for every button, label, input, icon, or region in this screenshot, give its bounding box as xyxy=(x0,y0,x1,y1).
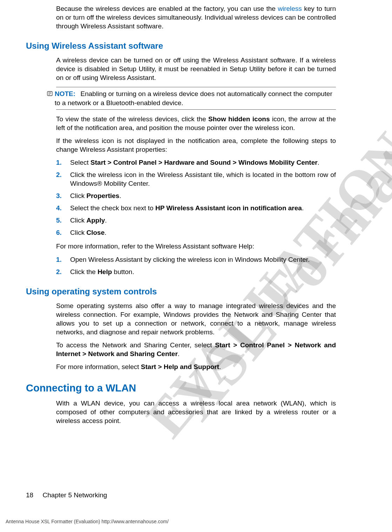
text: Select the check box next to xyxy=(70,204,155,212)
list-item: 2. Click the Help button. xyxy=(56,267,336,276)
list-item: 2. Click the wireless icon in the Wirele… xyxy=(56,170,336,188)
list-number: 1. xyxy=(56,255,70,264)
note-label: NOTE: xyxy=(55,90,75,97)
ordered-list: 1. Open Wireless Assistant by clicking t… xyxy=(56,255,336,276)
paragraph: With a WLAN device, you can access a wir… xyxy=(56,399,336,425)
text: Select xyxy=(70,159,90,166)
intro-paragraph: Because the wireless devices are enabled… xyxy=(56,4,336,30)
list-item: 3. Click Properties. xyxy=(56,191,336,200)
text: . xyxy=(178,350,180,357)
text: Click the xyxy=(70,268,97,275)
paragraph: To view the state of the wireless device… xyxy=(56,115,336,132)
paragraph: If the wireless icon is not displayed in… xyxy=(56,136,336,154)
list-number: 3. xyxy=(56,191,70,200)
note-block: NOTE: Enabling or turning on a wireless … xyxy=(56,87,336,109)
text: . xyxy=(219,363,221,370)
list-item: 4. Select the check box next to HP Wirel… xyxy=(56,204,336,212)
text: . xyxy=(302,204,304,212)
bold-text: Close xyxy=(86,229,104,236)
bold-text: Start > Help and Support xyxy=(141,363,219,370)
paragraph: To access the Network and Sharing Center… xyxy=(56,341,336,358)
list-number: 6. xyxy=(56,228,70,237)
list-number: 2. xyxy=(56,170,70,188)
heading-wireless-assistant: Using Wireless Assistant software xyxy=(26,41,360,51)
note-text: Enabling or turning on a wireless device… xyxy=(55,90,332,106)
page-content: Because the wireless devices are enabled… xyxy=(0,4,392,425)
text: Open Wireless Assistant by clicking the … xyxy=(70,256,310,263)
page-number: 18 xyxy=(26,491,33,499)
paragraph: Some operating systems also offer a way … xyxy=(56,301,336,336)
list-number: 2. xyxy=(56,267,70,276)
bold-text: Start > Control Panel > Hardware and Sou… xyxy=(90,159,318,166)
text: . xyxy=(119,192,121,199)
bold-text: Apply xyxy=(86,217,105,224)
text: button. xyxy=(112,268,134,275)
text: Because the wireless devices are enabled… xyxy=(56,5,278,12)
list-number: 1. xyxy=(56,158,70,167)
ordered-list: 1. Select Start > Control Panel > Hardwa… xyxy=(56,158,336,237)
paragraph: A wireless device can be turned on or of… xyxy=(56,56,336,82)
document-page: XSL Formatter EVALUATION Because the wir… xyxy=(0,0,392,532)
bold-text: Properties xyxy=(86,192,119,199)
note-icon xyxy=(47,91,53,97)
text: To access the Network and Sharing Center… xyxy=(56,341,215,349)
chapter-label: Chapter 5 Networking xyxy=(43,491,107,499)
bold-text: HP Wireless Assistant icon in notificati… xyxy=(155,204,302,212)
list-item: 1. Open Wireless Assistant by clicking t… xyxy=(56,255,336,264)
heading-os-controls: Using operating system controls xyxy=(26,287,360,296)
evaluation-footer: Antenna House XSL Formatter (Evaluation)… xyxy=(6,519,169,524)
text: . xyxy=(105,217,107,224)
bold-text: Show hidden icons xyxy=(208,115,270,123)
list-number: 5. xyxy=(56,216,70,225)
list-number: 4. xyxy=(56,204,70,212)
text: To view the state of the wireless device… xyxy=(56,115,208,123)
text: Click xyxy=(70,217,86,224)
page-footer: 18 Chapter 5 Networking xyxy=(26,491,107,499)
text: Click the wireless icon in the Wireless … xyxy=(70,171,336,187)
text: . xyxy=(318,159,319,166)
list-item: 6. Click Close. xyxy=(56,228,336,237)
note-rule-bottom xyxy=(56,109,336,110)
text: Click xyxy=(70,192,86,199)
list-item: 5. Click Apply. xyxy=(56,216,336,225)
text: For more information, select xyxy=(56,363,141,370)
paragraph: For more information, refer to the Wirel… xyxy=(56,242,336,251)
paragraph: For more information, select Start > Hel… xyxy=(56,362,336,371)
list-item: 1. Select Start > Control Panel > Hardwa… xyxy=(56,158,336,167)
text: Click xyxy=(70,229,86,236)
heading-wlan: Connecting to a WLAN xyxy=(26,382,360,394)
text: . xyxy=(104,229,106,236)
wireless-link[interactable]: wireless xyxy=(278,5,302,12)
bold-text: Help xyxy=(97,268,112,275)
